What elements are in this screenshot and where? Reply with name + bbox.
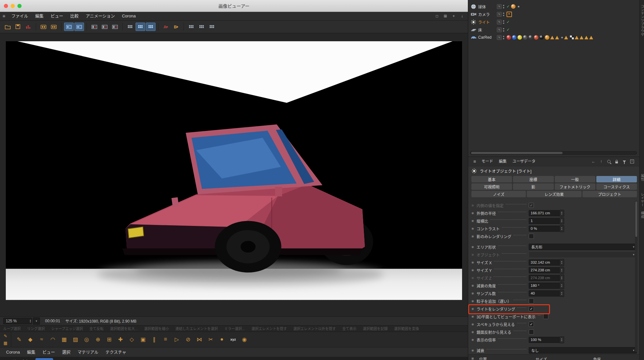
viewer-menu-item[interactable]: ビュー <box>47 12 67 20</box>
material-tag-icon[interactable] <box>507 35 511 40</box>
number-field[interactable]: 1 <box>529 218 560 224</box>
material-tag-icon[interactable] <box>528 35 533 40</box>
keyframe-dot-icon[interactable]: ◉ <box>471 219 476 222</box>
filter-icon[interactable] <box>622 159 627 164</box>
spinner-icon[interactable]: ▴▾ <box>560 336 564 343</box>
enabled-check-icon[interactable]: ✓ <box>507 4 510 9</box>
material-tag-icon[interactable] <box>511 4 516 9</box>
attribute-menu-item[interactable]: ユーザデータ <box>509 157 538 166</box>
spinner-icon[interactable]: ▴▾ <box>560 218 564 224</box>
bevel-tool-icon[interactable]: ⊞ <box>104 333 114 345</box>
checkbox[interactable] <box>529 329 534 335</box>
enabled-check-icon[interactable]: ✓ <box>507 20 510 24</box>
viewer-menu-item[interactable]: ファイル <box>8 12 32 20</box>
number-field[interactable]: 0 % <box>529 226 560 232</box>
number-field[interactable]: 274.238 cm <box>529 275 560 281</box>
object-row[interactable]: カメラ✎ <box>471 10 637 18</box>
phong-tag-icon[interactable] <box>555 36 559 39</box>
object-row[interactable]: CarRed✎ <box>471 34 637 41</box>
visibility-dots-icon[interactable] <box>503 28 504 32</box>
histogram-icon[interactable] <box>24 23 33 31</box>
checkbox[interactable] <box>529 298 534 304</box>
minimize-window-icon[interactable] <box>11 4 15 8</box>
spinner-icon[interactable]: ▴▾ <box>560 225 564 232</box>
tag-dot-icon[interactable] <box>561 37 563 38</box>
object-row[interactable]: 床✎✓ <box>471 26 637 34</box>
viewer-menu-item[interactable]: 比較 <box>67 12 82 20</box>
number-field[interactable]: 180 ° <box>529 283 560 289</box>
dropdown[interactable]: なし▾ <box>529 347 637 354</box>
phong-tag-icon[interactable] <box>575 36 579 39</box>
app-menu-item[interactable]: 編集 <box>24 347 39 357</box>
material-tag-icon[interactable] <box>545 35 549 40</box>
history-up-icon[interactable]: ↑ <box>599 159 603 164</box>
float-window-icon[interactable]: □ <box>434 14 440 18</box>
material-tag-icon[interactable] <box>523 35 527 40</box>
object-manager-scrollbar[interactable] <box>470 151 637 155</box>
ab-split-vertical-icon[interactable] <box>74 23 84 31</box>
pen-tool-icon[interactable]: ✎ <box>14 333 24 345</box>
keyframe-dot-icon[interactable]: ◉ <box>471 330 476 334</box>
spinner-icon[interactable]: ▴▾ <box>560 275 564 281</box>
weld-point-tool-icon[interactable]: ● <box>217 333 227 345</box>
zoom-field[interactable]: 125 % ▴▾ <box>3 318 32 324</box>
number-field[interactable]: 332.142 cm <box>529 259 560 266</box>
lock-icon[interactable] <box>614 159 619 164</box>
attribute-menu-icon[interactable]: ≡ <box>473 159 476 164</box>
phong-tag-icon[interactable] <box>580 36 583 39</box>
keyframe-dot-icon[interactable]: ◉ <box>471 211 476 215</box>
set-image-a-icon[interactable]: A <box>161 23 171 31</box>
compare-ab-icon[interactable] <box>39 23 48 31</box>
layer-view-a-icon[interactable] <box>136 23 145 31</box>
keyframe-dot-icon[interactable]: ◉ <box>471 245 476 248</box>
visibility-dots-icon[interactable] <box>503 20 504 24</box>
render-region-icon[interactable] <box>110 23 120 31</box>
attr-tab-item[interactable]: レンズ効果 <box>527 191 581 197</box>
filmstrip-icon[interactable] <box>90 23 99 31</box>
attribute-menu-item[interactable]: モード <box>478 157 496 166</box>
checkbox[interactable]: ✓ <box>529 306 534 311</box>
attr-tab-item[interactable]: 可視照明 <box>471 183 512 190</box>
edit-toggle-icon[interactable]: ✎ <box>497 12 502 17</box>
edge-tool-icon[interactable]: ◆ <box>25 333 35 345</box>
search-icon[interactable] <box>607 159 611 164</box>
target-weld-tool-icon[interactable]: ◎ <box>81 333 92 345</box>
edit-toggle-icon[interactable]: ✎ <box>497 20 502 24</box>
keyframe-dot-icon[interactable]: ◉ <box>471 315 476 318</box>
attr-tab-item[interactable]: プロジェクト <box>582 191 637 197</box>
axis-center-tool-icon[interactable]: ◉ <box>239 333 250 345</box>
spinner-icon[interactable]: ▴▾ <box>560 267 564 274</box>
number-field[interactable]: 100 % <box>529 337 560 343</box>
polygon-pen-tool-icon[interactable]: ✎ <box>0 333 11 339</box>
compare-settings-icon[interactable] <box>49 23 59 31</box>
xyz-coordinates-icon[interactable]: xyz <box>228 333 238 345</box>
attr-tab-item[interactable]: 一般 <box>555 176 595 182</box>
layout-quad-icon[interactable] <box>207 23 217 31</box>
window-titlebar[interactable]: 画像ビューアー <box>0 0 468 12</box>
material-tag-icon[interactable] <box>539 35 544 40</box>
app-menu-item[interactable]: Corona <box>3 347 24 357</box>
attr-tab-active[interactable]: 詳細 <box>596 176 637 182</box>
dock-window-icon[interactable]: ⊞ <box>443 14 448 18</box>
material-tag-icon[interactable] <box>517 35 522 40</box>
layer-table-icon[interactable] <box>125 23 135 31</box>
edit-toggle-icon[interactable]: ✎ <box>497 35 502 40</box>
move-window-icon[interactable]: + <box>451 14 456 18</box>
spinner-icon[interactable]: ▴▾ <box>560 210 564 217</box>
camera-tag-icon[interactable] <box>507 12 512 17</box>
app-menu-item[interactable]: マテリアル <box>74 347 102 357</box>
phong-tag-icon[interactable] <box>550 36 554 39</box>
layout-single-icon[interactable] <box>186 23 196 31</box>
layer-tab[interactable]: レイヤーなし <box>2 357 34 360</box>
spinner-icon[interactable]: ▴▾ <box>560 282 564 289</box>
checkbox[interactable] <box>529 234 534 239</box>
slice-tool-icon[interactable]: ⊘ <box>183 333 193 345</box>
panel-tab[interactable]: レイヤー <box>640 193 644 207</box>
keyframe-dot-icon[interactable]: ◉ <box>471 235 476 238</box>
extrude-tool-icon[interactable]: ⊕ <box>93 333 103 345</box>
keyframe-dot-icon[interactable]: ◉ <box>471 349 476 352</box>
number-field[interactable]: 274.238 cm <box>529 267 560 273</box>
viewer-menu-item[interactable]: Corona <box>118 12 139 20</box>
tag-dot-icon[interactable] <box>518 6 519 7</box>
number-field[interactable]: 166.071 cm <box>529 210 560 216</box>
